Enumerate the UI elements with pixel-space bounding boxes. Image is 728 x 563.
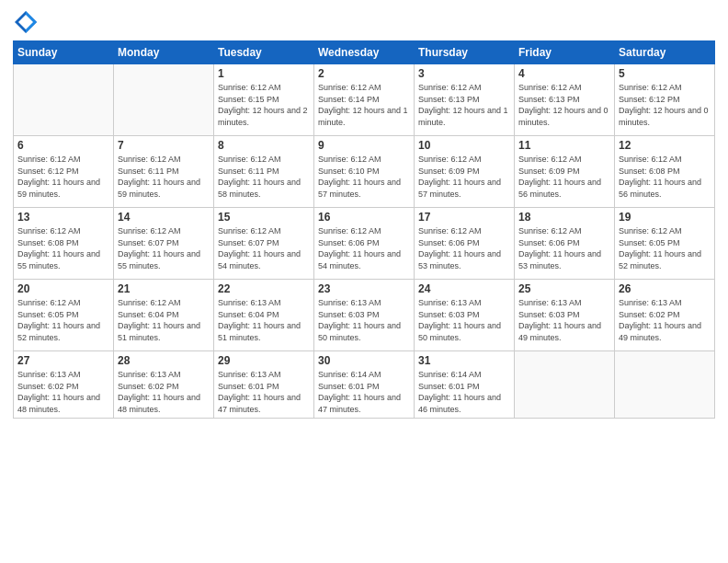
day-number: 17 (418, 211, 510, 224)
calendar-header-cell: Tuesday (214, 41, 314, 64)
calendar-day-cell: 2Sunrise: 6:12 AM Sunset: 6:14 PM Daylig… (314, 64, 415, 136)
day-number: 10 (418, 139, 510, 152)
calendar-day-cell: 12Sunrise: 6:12 AM Sunset: 6:08 PM Dayli… (615, 136, 715, 208)
calendar-day-cell: 26Sunrise: 6:13 AM Sunset: 6:02 PM Dayli… (615, 280, 715, 351)
day-info: Sunrise: 6:12 AM Sunset: 6:14 PM Dayligh… (318, 82, 410, 128)
day-info: Sunrise: 6:12 AM Sunset: 6:08 PM Dayligh… (17, 225, 109, 271)
day-number: 15 (218, 211, 310, 224)
day-info: Sunrise: 6:12 AM Sunset: 6:04 PM Dayligh… (118, 297, 210, 343)
day-info: Sunrise: 6:12 AM Sunset: 6:11 PM Dayligh… (218, 154, 310, 200)
calendar-week-row: 20Sunrise: 6:12 AM Sunset: 6:05 PM Dayli… (14, 280, 715, 351)
day-number: 21 (118, 282, 210, 295)
day-info: Sunrise: 6:12 AM Sunset: 6:07 PM Dayligh… (218, 225, 310, 271)
day-info: Sunrise: 6:12 AM Sunset: 6:05 PM Dayligh… (619, 225, 711, 271)
day-number: 30 (318, 354, 410, 367)
day-info: Sunrise: 6:13 AM Sunset: 6:02 PM Dayligh… (619, 297, 711, 343)
calendar-day-cell: 10Sunrise: 6:12 AM Sunset: 6:09 PM Dayli… (415, 136, 515, 208)
calendar-day-cell: 15Sunrise: 6:12 AM Sunset: 6:07 PM Dayli… (214, 208, 314, 280)
day-number: 1 (218, 67, 310, 80)
day-info: Sunrise: 6:12 AM Sunset: 6:09 PM Dayligh… (418, 154, 510, 200)
day-info: Sunrise: 6:12 AM Sunset: 6:08 PM Dayligh… (619, 154, 711, 200)
day-number: 6 (17, 139, 109, 152)
calendar-day-cell (114, 64, 214, 136)
day-info: Sunrise: 6:13 AM Sunset: 6:03 PM Dayligh… (518, 297, 610, 343)
calendar-week-row: 13Sunrise: 6:12 AM Sunset: 6:08 PM Dayli… (14, 208, 715, 280)
day-number: 31 (418, 354, 510, 367)
calendar-day-cell: 28Sunrise: 6:13 AM Sunset: 6:02 PM Dayli… (114, 351, 214, 419)
calendar-day-cell: 3Sunrise: 6:12 AM Sunset: 6:13 PM Daylig… (415, 64, 515, 136)
calendar-day-cell: 13Sunrise: 6:12 AM Sunset: 6:08 PM Dayli… (14, 208, 114, 280)
calendar-day-cell: 19Sunrise: 6:12 AM Sunset: 6:05 PM Dayli… (615, 208, 715, 280)
day-info: Sunrise: 6:12 AM Sunset: 6:06 PM Dayligh… (418, 225, 510, 271)
day-info: Sunrise: 6:12 AM Sunset: 6:09 PM Dayligh… (518, 154, 610, 200)
calendar-header-cell: Sunday (14, 41, 114, 64)
calendar-header-cell: Saturday (615, 41, 715, 64)
calendar-day-cell: 8Sunrise: 6:12 AM Sunset: 6:11 PM Daylig… (214, 136, 314, 208)
calendar-day-cell: 7Sunrise: 6:12 AM Sunset: 6:11 PM Daylig… (114, 136, 214, 208)
calendar-day-cell: 22Sunrise: 6:13 AM Sunset: 6:04 PM Dayli… (214, 280, 314, 351)
calendar-day-cell: 9Sunrise: 6:12 AM Sunset: 6:10 PM Daylig… (314, 136, 415, 208)
day-number: 13 (17, 211, 109, 224)
calendar: SundayMondayTuesdayWednesdayThursdayFrid… (13, 40, 715, 419)
day-number: 16 (318, 211, 410, 224)
day-info: Sunrise: 6:12 AM Sunset: 6:12 PM Dayligh… (619, 82, 711, 128)
calendar-day-cell: 5Sunrise: 6:12 AM Sunset: 6:12 PM Daylig… (615, 64, 715, 136)
calendar-day-cell: 4Sunrise: 6:12 AM Sunset: 6:13 PM Daylig… (515, 64, 615, 136)
day-number: 24 (418, 282, 510, 295)
calendar-day-cell (14, 64, 114, 136)
calendar-body: 1Sunrise: 6:12 AM Sunset: 6:15 PM Daylig… (14, 64, 715, 419)
calendar-header-cell: Wednesday (314, 41, 415, 64)
calendar-day-cell: 6Sunrise: 6:12 AM Sunset: 6:12 PM Daylig… (14, 136, 114, 208)
day-number: 25 (518, 282, 610, 295)
day-number: 8 (218, 139, 310, 152)
calendar-header-cell: Friday (515, 41, 615, 64)
calendar-day-cell: 31Sunrise: 6:14 AM Sunset: 6:01 PM Dayli… (415, 351, 515, 419)
calendar-header-cell: Monday (114, 41, 214, 64)
day-number: 3 (418, 67, 510, 80)
day-info: Sunrise: 6:13 AM Sunset: 6:03 PM Dayligh… (318, 297, 410, 343)
calendar-day-cell: 1Sunrise: 6:12 AM Sunset: 6:15 PM Daylig… (214, 64, 314, 136)
logo-icon (13, 9, 39, 35)
day-number: 19 (619, 211, 711, 224)
day-info: Sunrise: 6:13 AM Sunset: 6:02 PM Dayligh… (118, 369, 210, 415)
calendar-day-cell: 20Sunrise: 6:12 AM Sunset: 6:05 PM Dayli… (14, 280, 114, 351)
day-info: Sunrise: 6:12 AM Sunset: 6:10 PM Dayligh… (318, 154, 410, 200)
day-number: 29 (218, 354, 310, 367)
calendar-week-row: 1Sunrise: 6:12 AM Sunset: 6:15 PM Daylig… (14, 64, 715, 136)
day-info: Sunrise: 6:12 AM Sunset: 6:12 PM Dayligh… (17, 154, 109, 200)
day-info: Sunrise: 6:12 AM Sunset: 6:13 PM Dayligh… (518, 82, 610, 128)
header (13, 9, 715, 35)
calendar-week-row: 27Sunrise: 6:13 AM Sunset: 6:02 PM Dayli… (14, 351, 715, 419)
day-number: 2 (318, 67, 410, 80)
calendar-day-cell: 16Sunrise: 6:12 AM Sunset: 6:06 PM Dayli… (314, 208, 415, 280)
day-number: 5 (619, 67, 711, 80)
day-info: Sunrise: 6:12 AM Sunset: 6:13 PM Dayligh… (418, 82, 510, 128)
calendar-day-cell: 29Sunrise: 6:13 AM Sunset: 6:01 PM Dayli… (214, 351, 314, 419)
day-info: Sunrise: 6:12 AM Sunset: 6:07 PM Dayligh… (118, 225, 210, 271)
day-number: 27 (17, 354, 109, 367)
day-number: 9 (318, 139, 410, 152)
calendar-header-row: SundayMondayTuesdayWednesdayThursdayFrid… (14, 41, 715, 64)
calendar-day-cell: 30Sunrise: 6:14 AM Sunset: 6:01 PM Dayli… (314, 351, 415, 419)
day-number: 22 (218, 282, 310, 295)
day-info: Sunrise: 6:13 AM Sunset: 6:04 PM Dayligh… (218, 297, 310, 343)
calendar-day-cell: 18Sunrise: 6:12 AM Sunset: 6:06 PM Dayli… (515, 208, 615, 280)
day-number: 18 (518, 211, 610, 224)
day-number: 7 (118, 139, 210, 152)
day-number: 12 (619, 139, 711, 152)
day-info: Sunrise: 6:14 AM Sunset: 6:01 PM Dayligh… (418, 369, 510, 415)
calendar-header-cell: Thursday (415, 41, 515, 64)
calendar-day-cell: 25Sunrise: 6:13 AM Sunset: 6:03 PM Dayli… (515, 280, 615, 351)
day-info: Sunrise: 6:12 AM Sunset: 6:05 PM Dayligh… (17, 297, 109, 343)
day-info: Sunrise: 6:13 AM Sunset: 6:02 PM Dayligh… (17, 369, 109, 415)
calendar-day-cell (515, 351, 615, 419)
day-info: Sunrise: 6:12 AM Sunset: 6:15 PM Dayligh… (218, 82, 310, 128)
calendar-week-row: 6Sunrise: 6:12 AM Sunset: 6:12 PM Daylig… (14, 136, 715, 208)
day-info: Sunrise: 6:14 AM Sunset: 6:01 PM Dayligh… (318, 369, 410, 415)
day-number: 26 (619, 282, 711, 295)
calendar-day-cell (615, 351, 715, 419)
calendar-day-cell: 17Sunrise: 6:12 AM Sunset: 6:06 PM Dayli… (415, 208, 515, 280)
day-info: Sunrise: 6:12 AM Sunset: 6:06 PM Dayligh… (318, 225, 410, 271)
calendar-day-cell: 21Sunrise: 6:12 AM Sunset: 6:04 PM Dayli… (114, 280, 214, 351)
logo (13, 9, 42, 35)
